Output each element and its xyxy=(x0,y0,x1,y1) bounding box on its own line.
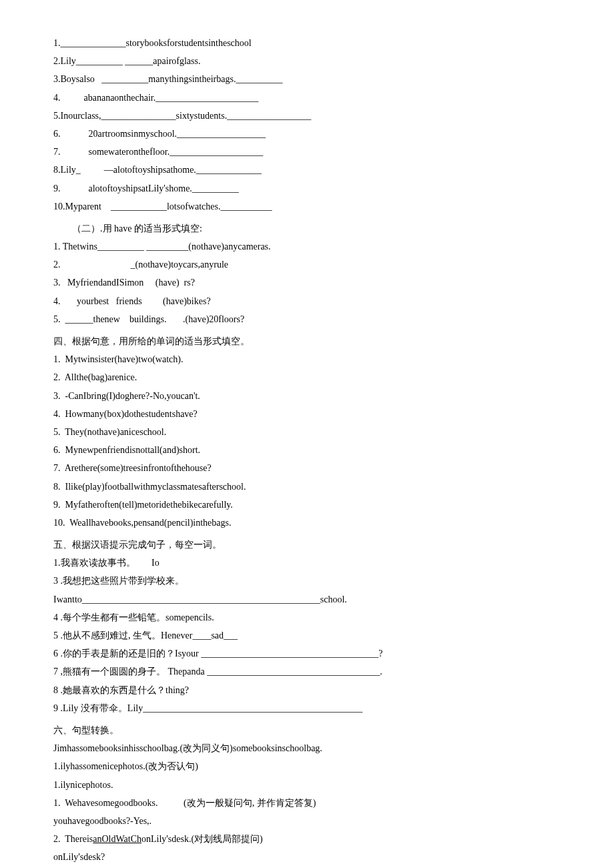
sec1-item-6: 6. 20artroomsinmyschool.________________… xyxy=(53,125,561,142)
sec5-item-1: 1.我喜欢读故事书。 Io xyxy=(53,554,561,571)
sec4-item-4: 4. Howmany(box)dothestudentshave? xyxy=(53,406,561,422)
sec2-item-2: 2. _(nothave)toycars,anyrule xyxy=(53,256,561,273)
sec2-item-5: 5. ______thenew buildings. .(have)20floo… xyxy=(53,311,561,328)
sec5-item-4: 4 .每个学生都有一些铅笔。somepencils. xyxy=(53,609,561,626)
sec4-item-2: 2. Allthe(bag)arenice. xyxy=(53,369,561,386)
sec6-item-2: 1.ilyhassomenicephotos.(改为否认句) xyxy=(53,758,561,775)
sec6-item-1: Jimhassomebooksinhisschoolbag.(改为同义句)som… xyxy=(53,740,561,757)
sec1-item-8: 8.Lily_ —alotoftoyshipsathome.__________… xyxy=(53,161,561,178)
sec4-item-1: 1. Mytwinsister(have)two(watch). xyxy=(53,351,561,368)
sec5-item-2: 3 .我想把这些照片带到学校来。 xyxy=(53,572,561,589)
sec5-item-7: 7 ,熊猫有一个圆圆的身子。 Thepanda ________________… xyxy=(53,663,561,680)
sec2-item-1: 1. Thetwins__________ _________(nothave)… xyxy=(53,238,561,255)
sec4-item-10: 10. Weallhavebooks,pensand(pencil)intheb… xyxy=(53,514,561,531)
section-2: 1. Thetwins__________ _________(nothave)… xyxy=(53,238,561,328)
sec1-item-7: 7. somewateronthefloor._________________… xyxy=(53,143,561,160)
sec4-item-9: 9. Myfatheroften(tell)metoridethebikecar… xyxy=(53,496,561,513)
sec6-item-3: 1.ilynicephotos. xyxy=(53,777,561,793)
section-1: 1.______________storybooksforstudentsint… xyxy=(53,35,561,215)
underlined-text: anOldWatCh xyxy=(93,834,141,844)
sec6-item-6: 2. ThereisanOldWatChonLily'sdesk.(对划线局部提… xyxy=(53,831,561,847)
section-6: Jimhassomebooksinhisschoolbag.(改为同义句)som… xyxy=(53,740,561,865)
section-5: 1.我喜欢读故事书。 Io 3 .我想把这些照片带到学校来。 Iwantto__… xyxy=(53,554,561,717)
sec4-item-7: 7. Arethere(some)treesinfrontofthehouse? xyxy=(53,460,561,476)
section-4-title: 四、根据句意，用所给的单词的适当形式填空。 xyxy=(53,333,561,350)
sec6-item-4: 1. Wehavesomegoodbooks. (改为一般疑问句, 并作肯定答复… xyxy=(53,795,561,811)
sec1-item-4: 4. abananaonthechair.___________________… xyxy=(53,89,561,106)
section-6-title: 六、句型转换。 xyxy=(53,722,561,739)
sec2-item-3: 3. MyfriendandISimon (have) rs? xyxy=(53,274,561,291)
sec1-item-5: 5.Inourclass,________________sixtystuden… xyxy=(53,107,561,124)
sec5-item-5: 5 .他从不感到难过, 生气。Henever____sad___ xyxy=(53,627,561,644)
sec1-item-9: 9. alotoftoyshipsatLily'shome.__________ xyxy=(53,180,561,197)
sec6-item-7: onLily'sdesk? xyxy=(53,849,561,865)
sec5-item-6: 6 .你的手表是新的还是旧的？Isyour __________________… xyxy=(53,645,561,662)
sec4-item-6: 6. Mynewpenfriendisnottall(and)short. xyxy=(53,442,561,458)
sec1-item-2: 2.Lily__________ ______apairofglass. xyxy=(53,53,561,69)
section-5-title: 五、根据汉语提示完成句子，每空一词。 xyxy=(53,536,561,553)
sec4-item-5: 5. They(nothave)aniceschool. xyxy=(53,424,561,440)
sec1-item-3: 3.Boysalso __________manythingsintheirba… xyxy=(53,71,561,87)
section-4: 1. Mytwinsister(have)two(watch). 2. Allt… xyxy=(53,351,561,531)
sec4-item-3: 3. -CanIbring(I)doghere?-No,youcan't. xyxy=(53,388,561,404)
sec6-item-5: youhavegoodbooks?-Yes,. xyxy=(53,813,561,829)
sec4-item-8: 8. Ilike(play)footballwithmyclassmatesaf… xyxy=(53,478,561,495)
sec2-item-4: 4. yourbest friends (have)bikes? xyxy=(53,293,561,310)
section-2-title: （二）.用 have 的适当形式填空: xyxy=(53,220,561,237)
sec5-item-8: 8 .她最喜欢的东西是什么？thing? xyxy=(53,682,561,699)
sec5-item-3: Iwantto_________________________________… xyxy=(53,591,561,608)
sec1-item-1: 1.______________storybooksforstudentsint… xyxy=(53,35,561,51)
sec5-item-9: 9 .Lily 没有带伞。Lily_______________________… xyxy=(53,700,561,717)
sec1-item-10: 10.Myparent ____________lotsofwatches.__… xyxy=(53,198,561,215)
